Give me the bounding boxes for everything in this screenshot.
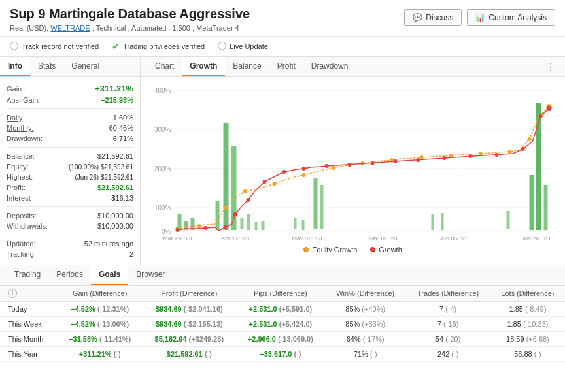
bottom-section: Trading Periods Goals Browser i Gain (Di…: [0, 265, 565, 362]
growth-chart: 400% 300% 200% 100% 0%: [147, 84, 558, 240]
pips-today: +2,531.0 (+5,591.0): [236, 302, 325, 317]
svg-rect-13: [216, 201, 220, 230]
gain-week: +4.52% (-13.06%): [57, 317, 143, 332]
svg-point-46: [204, 226, 208, 230]
profit-row: Profit: $21,592.61: [7, 182, 133, 193]
profit-value: $21,592.61: [97, 184, 133, 191]
svg-rect-20: [294, 218, 297, 229]
trading-tab-goals[interactable]: Goals: [91, 265, 128, 285]
monthly-value: 60.46%: [109, 124, 133, 132]
abs-gain-label: Abs. Gain:: [7, 96, 40, 104]
svg-point-52: [302, 167, 306, 171]
stats-section: Gain : +311.21% Abs. Gain: +215.93% Dail…: [0, 77, 140, 265]
pips-month: +2,966.0 (-13,069.0): [236, 332, 325, 347]
subtitle: Real (USD), WELTRADE , Technical , Autom…: [10, 24, 250, 32]
svg-point-42: [508, 150, 512, 154]
highest-value: (Jun 26) $21,592.61: [75, 174, 133, 181]
chart-tab-growth[interactable]: Growth: [182, 57, 225, 76]
svg-rect-17: [247, 214, 250, 230]
profit-today: $934.69 (-$2,041.16): [143, 302, 236, 317]
gain-row: Gain : +311.21%: [7, 82, 133, 95]
tab-stats[interactable]: Stats: [30, 57, 63, 76]
svg-rect-22: [314, 178, 318, 229]
updated-value: 52 minutes ago: [84, 240, 133, 248]
profit-week: $934.69 (-$2,155.13): [143, 317, 236, 332]
discuss-button[interactable]: 💬 Discuss: [404, 9, 462, 26]
legend-growth: Growth: [370, 246, 402, 253]
gain-label: Gain :: [7, 85, 26, 93]
header: Sup 9 Martingale Database Aggressive Rea…: [0, 0, 565, 37]
th-win: Win% (Difference): [325, 286, 405, 302]
more-options-button[interactable]: ⋮: [543, 58, 558, 76]
th-profit: Profit (Difference): [143, 286, 236, 302]
svg-point-43: [528, 137, 532, 141]
svg-point-40: [449, 154, 453, 157]
status-bar: ⓘ Track record not verified ✔ Trading pr…: [0, 37, 565, 57]
custom-analysis-button[interactable]: 📊 Custom Analysis: [467, 9, 555, 26]
win-today: 85% (+40%): [325, 302, 405, 317]
legend-equity: Equity Growth: [303, 246, 357, 253]
svg-point-56: [394, 159, 398, 163]
svg-text:0%: 0%: [162, 228, 171, 235]
chart-icon: 📊: [475, 13, 485, 22]
lots-year: 56.88 (-): [490, 347, 565, 362]
chart-tab-chart[interactable]: Chart: [147, 57, 182, 76]
svg-text:Mar 29, '23: Mar 29, '23: [163, 235, 192, 240]
interest-label: Interest: [7, 194, 31, 202]
tab-general[interactable]: General: [63, 57, 107, 76]
info-icon-th[interactable]: i: [8, 289, 17, 298]
updated-row: Updated: 52 minutes ago: [7, 238, 133, 249]
drawdown-value: 6.71%: [113, 135, 133, 142]
th-trades: Trades (Difference): [405, 286, 490, 302]
svg-rect-16: [241, 218, 244, 229]
lots-week: 1.85 (-10.33): [490, 317, 565, 332]
trading-tab-trading[interactable]: Trading: [7, 265, 48, 285]
growth-icon: [370, 247, 375, 252]
trading-tab-browser[interactable]: Browser: [128, 265, 173, 285]
svg-point-34: [273, 182, 277, 186]
svg-point-31: [197, 224, 201, 228]
balance-value: $21,592.61: [97, 152, 133, 160]
svg-rect-26: [507, 211, 510, 229]
chart-tab-balance[interactable]: Balance: [225, 57, 269, 76]
abs-gain-value: +215.93%: [101, 96, 133, 104]
tracking-value: 2: [129, 250, 133, 258]
trades-today: 7 (-4): [405, 302, 490, 317]
svg-point-55: [371, 161, 375, 165]
daily-value: 1.60%: [113, 114, 133, 122]
win-month: 64% (-17%): [325, 332, 405, 347]
discuss-icon: 💬: [413, 13, 422, 22]
trades-month: 54 (-20): [405, 332, 490, 347]
gain-value: +311.21%: [95, 84, 133, 93]
main-content: Info Stats General Gain : +311.21% Abs. …: [0, 57, 565, 265]
svg-rect-18: [255, 222, 258, 230]
track-record-label: Track record not verified: [22, 42, 99, 50]
legend-equity-label: Equity Growth: [312, 246, 357, 253]
trading-table: i Gain (Difference) Profit (Difference) …: [0, 286, 565, 362]
gain-month: +31.58% (-11.41%): [57, 332, 143, 347]
trading-tab-periods[interactable]: Periods: [48, 265, 91, 285]
svg-point-36: [332, 166, 335, 170]
tracking-row: Tracking 2: [7, 249, 133, 259]
weltrade-link[interactable]: WELTRADE: [50, 24, 90, 32]
svg-point-41: [479, 152, 483, 155]
chart-tab-profit[interactable]: Profit: [269, 57, 303, 76]
drawdown-row: Drawdown: 6.71%: [7, 133, 133, 144]
svg-point-57: [417, 158, 420, 162]
abs-gain-row: Abs. Gain: +215.93%: [7, 95, 133, 105]
win-week: 85% (+33%): [325, 317, 405, 332]
equity-value: (100.00%) $21,592.61: [69, 163, 133, 171]
svg-text:Apr 17, '23: Apr 17, '23: [221, 235, 249, 240]
svg-rect-23: [320, 185, 324, 229]
interest-value: -$16.13: [109, 194, 133, 202]
lots-today: 1.85 (-8.49): [490, 302, 565, 317]
monthly-label[interactable]: Monthly:: [7, 124, 34, 132]
info-icon: ⓘ: [10, 41, 18, 52]
daily-label[interactable]: Daily: [7, 114, 22, 122]
th-info: i: [0, 286, 57, 302]
tab-info[interactable]: Info: [0, 57, 30, 76]
period-year: This Year: [0, 347, 57, 362]
deposits-label: Deposits:: [7, 212, 37, 220]
table-row: Today +4.52% (-12.31%) $934.69 (-$2,041.…: [0, 302, 565, 317]
chart-tab-drawdown[interactable]: Drawdown: [303, 57, 356, 76]
